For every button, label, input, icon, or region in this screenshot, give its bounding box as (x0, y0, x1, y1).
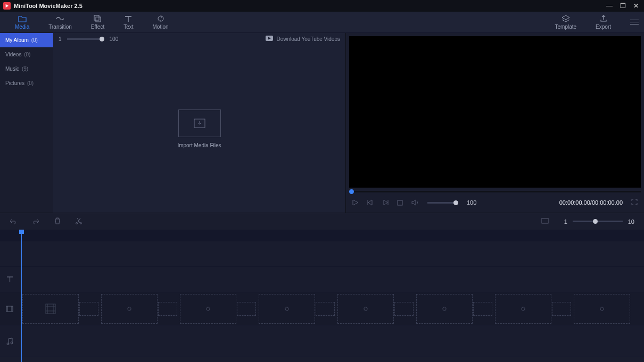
thumb-size-max: 100 (110, 36, 119, 42)
tab-label: Export (596, 24, 611, 30)
sidebar-item-count: (0) (27, 80, 34, 86)
maximize-icon[interactable]: ❐ (620, 2, 626, 10)
clip-slot[interactable] (22, 294, 79, 324)
download-label: Download YouTube Videos (276, 36, 340, 42)
timecode: 00:00:00.00/00:00:00.00 (559, 199, 623, 206)
tab-motion[interactable]: Motion (143, 12, 178, 32)
preview-panel: 100 00:00:00.00/00:00:00.00 (346, 33, 644, 213)
motion-icon (157, 14, 164, 23)
clip-slot[interactable] (259, 294, 315, 324)
sidebar-item-label: Videos (5, 52, 21, 57)
clip-slot[interactable] (337, 294, 394, 324)
import-label: Import Media Files (177, 142, 221, 148)
redo-button[interactable] (32, 218, 39, 225)
menu-icon[interactable] (630, 20, 639, 24)
delete-button[interactable] (54, 217, 61, 225)
svg-rect-15 (541, 218, 549, 223)
svg-marker-7 (353, 200, 358, 205)
transition-icon (55, 14, 65, 23)
sidebar-item-pictures[interactable]: Pictures (0) (0, 76, 53, 90)
clip-slot[interactable] (180, 294, 236, 324)
tab-label: Template (555, 24, 577, 30)
timeline (0, 230, 644, 362)
svg-marker-10 (384, 200, 387, 205)
effect-icon (94, 14, 101, 23)
folder-icon (18, 14, 27, 23)
minimize-icon[interactable]: — (606, 2, 613, 10)
tab-label: Transition (48, 24, 72, 30)
video-preview (349, 36, 641, 188)
timeline-ruler[interactable] (0, 230, 644, 241)
template-icon (562, 14, 570, 23)
svg-rect-2 (96, 17, 101, 22)
svg-point-13 (76, 223, 78, 224)
play-button[interactable] (352, 199, 359, 206)
fullscreen-button[interactable] (631, 199, 638, 206)
media-sidebar: My Album (0) Videos (0) Music (9) Pictur… (0, 33, 53, 213)
zoom-slider[interactable] (573, 221, 623, 222)
export-icon (600, 14, 607, 23)
tab-export[interactable]: Export (586, 12, 621, 32)
sidebar-item-label: Pictures (5, 80, 24, 86)
music-track-icon (0, 338, 19, 345)
tab-label: Media (15, 24, 29, 30)
close-icon[interactable]: ✕ (633, 2, 639, 10)
tab-transition[interactable]: Transition (39, 12, 81, 32)
text-icon (125, 14, 132, 23)
svg-marker-0 (6, 4, 9, 7)
stop-button[interactable] (397, 200, 403, 206)
svg-rect-12 (398, 200, 402, 205)
main-toolbar: Media Transition Effect Text Motion Temp… (0, 12, 644, 33)
import-media-button[interactable] (178, 110, 221, 137)
clip-slot[interactable] (495, 294, 551, 324)
next-frame-button[interactable] (382, 199, 389, 206)
clip-slot[interactable] (574, 294, 630, 324)
app-title: MiniTool MovieMaker 2.5 (14, 3, 606, 9)
svg-rect-1 (94, 15, 99, 20)
svg-marker-8 (368, 200, 372, 205)
fit-button[interactable] (541, 218, 549, 225)
video-progress-bar[interactable] (349, 191, 641, 192)
timeline-toolbar: 1 10 (0, 213, 644, 230)
app-logo (3, 2, 11, 10)
download-youtube-button[interactable]: Download YouTube Videos (266, 36, 340, 42)
tab-media[interactable]: Media (5, 12, 39, 32)
zoom-min: 1 (564, 218, 567, 225)
tab-label: Text (123, 24, 133, 30)
text-track-icon (0, 276, 19, 283)
youtube-icon (266, 36, 273, 42)
tab-label: Effect (91, 24, 104, 30)
volume-value: 100 (467, 199, 476, 206)
split-button[interactable] (76, 217, 82, 225)
sidebar-item-videos[interactable]: Videos (0) (0, 47, 53, 62)
sidebar-item-label: Music (5, 66, 19, 72)
prev-frame-button[interactable] (367, 199, 374, 206)
sidebar-item-count: (0) (31, 37, 38, 43)
sidebar-item-count: (0) (24, 52, 30, 57)
zoom-max: 10 (628, 218, 634, 225)
title-bar: MiniTool MovieMaker 2.5 — ❐ ✕ (0, 0, 644, 12)
sidebar-item-music[interactable]: Music (9) (0, 62, 53, 76)
thumbnail-size-slider[interactable] (67, 38, 104, 40)
playhead[interactable] (21, 230, 22, 362)
import-icon (194, 119, 205, 128)
tab-effect[interactable]: Effect (81, 12, 114, 32)
tab-text[interactable]: Text (114, 12, 143, 32)
video-track[interactable] (19, 294, 644, 324)
tab-label: Motion (153, 24, 169, 30)
thumb-size-min: 1 (59, 36, 62, 42)
sidebar-item-label: My Album (5, 37, 29, 43)
clip-slot[interactable] (416, 294, 473, 324)
mute-button[interactable] (411, 199, 419, 206)
svg-point-3 (158, 16, 163, 21)
sidebar-item-myalbum[interactable]: My Album (0) (0, 33, 53, 47)
svg-point-14 (80, 223, 82, 224)
video-track-icon (0, 306, 19, 312)
sidebar-item-count: (9) (22, 66, 28, 72)
tab-template[interactable]: Template (546, 12, 587, 32)
undo-button[interactable] (10, 218, 17, 225)
volume-slider[interactable] (427, 202, 458, 204)
media-panel: 1 100 Download YouTube Videos Import Med… (53, 33, 346, 213)
clip-slot[interactable] (101, 294, 158, 324)
